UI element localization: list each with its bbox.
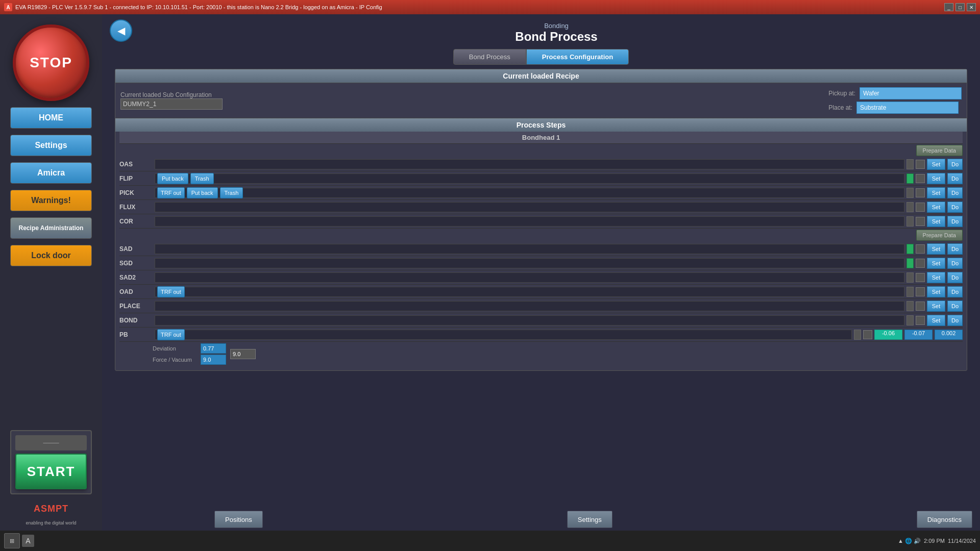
page-header: Bonding Bond Process [140,19,972,44]
cor-bar [155,216,904,227]
settings-nav-button[interactable]: Settings [10,135,92,156]
step-row-bond: BOND Set Do [119,313,963,328]
oas-set-button[interactable]: Set [927,159,945,170]
oad-set-button[interactable]: Set [927,286,945,297]
sad-set-button[interactable]: Set [927,243,945,255]
stop-button[interactable]: STOP [13,24,89,101]
diagnostics-button[interactable]: Diagnostics [917,511,972,528]
flip-trash-button[interactable]: Trash [190,173,214,184]
step-row-cor: COR Set Do [119,214,963,229]
sgd-indicator [906,258,914,268]
title-bar: A EVA R19829 - PLC Ver 1.5.9.7 Sub 1 - c… [0,0,980,14]
title-bar-controls[interactable]: _ □ ✕ [944,3,976,11]
pick-putback-button[interactable]: Put back [187,187,218,198]
place-set-button[interactable]: Set [927,300,945,312]
pb-val-1[interactable]: -0.06 [874,330,902,340]
flux-do-button[interactable]: Do [947,202,963,213]
bond-set-button[interactable]: Set [927,315,945,326]
oas-do-button[interactable]: Do [947,159,963,170]
left-sidebar: STOP HOME Settings Amicra Warnings! Reci… [0,14,102,531]
place-value: Substrate [856,102,959,114]
pb-trf-button[interactable]: TRF out [157,329,185,340]
system-tray: ▲ 🌐 🔊 [898,538,921,544]
sad2-do-button[interactable]: Do [947,272,963,283]
flip-set-button[interactable]: Set [927,173,945,184]
pb-val-2[interactable]: -0.07 [904,330,933,340]
sgd-checkbox[interactable] [916,259,925,268]
sub-config-input[interactable] [120,98,223,110]
warnings-button[interactable]: Warnings! [10,190,92,211]
cor-checkbox[interactable] [916,217,925,226]
tabs-container: Bond Process Process Configuration [110,49,972,65]
pb-val-3[interactable]: 0.002 [935,330,963,340]
pb-checkbox[interactable] [863,330,872,339]
place-row: Place at: Substrate [828,102,962,114]
sad2-set-button[interactable]: Set [927,272,945,283]
recipe-section-header: Current loaded Recipe [115,69,967,83]
pick-checkbox[interactable] [916,188,925,197]
recipe-admin-button[interactable]: Recipe Administration [10,217,92,239]
oad-bar: TRF out [155,287,904,297]
process-config-tab[interactable]: Process Configuration [526,49,629,65]
bond-process-tab[interactable]: Bond Process [453,49,526,65]
place-do-button[interactable]: Do [947,300,963,312]
flux-checkbox[interactable] [916,203,925,212]
start-button[interactable]: START [15,454,87,489]
minimize-button[interactable]: _ [944,3,953,11]
taskbar-app-icon[interactable]: A [22,535,34,547]
prepare-data-button-2[interactable]: Prepare Data [916,230,963,241]
step-row-sad: SAD Set Do [119,242,963,256]
pb-indicator [854,330,861,340]
pick-trf-button[interactable]: TRF out [157,187,185,198]
settings-bottom-button[interactable]: Settings [567,511,612,528]
back-button[interactable]: ◀ [110,19,132,42]
oad-trf-button[interactable]: TRF out [157,286,185,297]
place-indicator [906,301,914,311]
oas-checkbox[interactable] [916,160,925,169]
close-button[interactable]: ✕ [967,3,976,11]
amicra-button[interactable]: Amicra [10,162,92,184]
oas-label: OAS [119,161,153,168]
bond-do-button[interactable]: Do [947,315,963,326]
flip-checkbox[interactable] [916,174,925,183]
pb-bar: TRF out [155,330,852,340]
oad-checkbox[interactable] [916,287,925,296]
taskbar-date: 11/14/2024 [948,538,976,544]
flux-label: FLUX [119,204,153,211]
place-checkbox[interactable] [916,302,925,311]
lock-door-button[interactable]: Lock door [10,245,92,266]
oad-do-button[interactable]: Do [947,286,963,297]
cor-set-button[interactable]: Set [927,216,945,227]
deviation-force-row: Deviation 0.77 Force / Vacuum 9.0 9.0 [153,342,963,366]
flux-bar [155,202,904,212]
sgd-do-button[interactable]: Do [947,258,963,269]
home-button[interactable]: HOME [10,107,92,129]
prepare-data-button-1[interactable]: Prepare Data [916,145,963,156]
pick-label: PICK [119,189,153,196]
process-steps-header: Process Steps [115,118,967,132]
taskbar: ⊞ A ▲ 🌐 🔊 2:09 PM 11/14/2024 [0,531,980,551]
pick-set-button[interactable]: Set [927,187,945,198]
start-menu-button[interactable]: ⊞ [4,533,20,548]
oad-indicator [906,287,914,297]
sgd-set-button[interactable]: Set [927,258,945,269]
flip-do-button[interactable]: Do [947,173,963,184]
cor-do-button[interactable]: Do [947,216,963,227]
flux-indicator [906,202,914,212]
taskbar-icons: ▲ 🌐 🔊 2:09 PM 11/14/2024 [898,538,976,544]
bondhead-header: Bondhead 1 [119,132,963,144]
pick-do-button[interactable]: Do [947,187,963,198]
sad2-checkbox[interactable] [916,273,925,282]
maximize-button[interactable]: □ [955,3,965,11]
bond-checkbox[interactable] [916,316,925,325]
step-row-sad2: SAD2 Set Do [119,270,963,285]
cor-indicator [906,216,914,227]
pick-trash-button[interactable]: Trash [220,187,243,198]
place-label: Place at: [828,104,852,111]
positions-button[interactable]: Positions [214,511,263,528]
flux-set-button[interactable]: Set [927,202,945,213]
sad-checkbox[interactable] [916,244,925,254]
flip-putback-button[interactable]: Put back [157,173,188,184]
sad-do-button[interactable]: Do [947,243,963,255]
flip-bar: Put back Trash [155,173,904,184]
